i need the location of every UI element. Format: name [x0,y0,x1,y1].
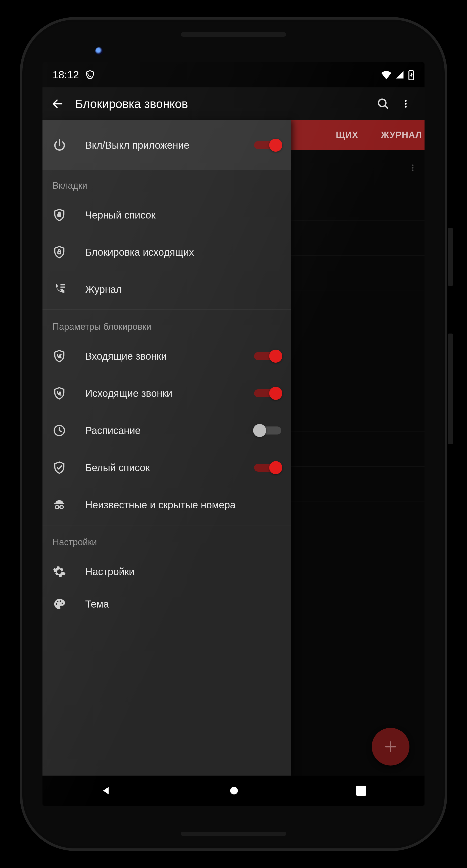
drawer-item-label: Настройки [85,565,281,578]
status-time: 18:12 [53,69,79,81]
android-nav-bar [42,776,425,806]
svg-point-18 [56,603,57,605]
power-icon [53,138,85,152]
drawer-item-label: Расписание [85,424,254,437]
shield-check-icon [53,461,85,474]
drawer-section-settings: Настройки [42,527,291,553]
gear-icon [53,565,85,579]
svg-rect-12 [61,286,65,288]
svg-rect-1 [410,70,412,71]
incognito-icon [53,498,85,512]
back-button[interactable] [48,97,68,110]
toggle-whitelist[interactable] [254,462,281,473]
svg-point-4 [405,103,407,105]
nav-drawer: Вкл/Выкл приложение Вкладки Черный [42,120,291,776]
power-button [448,228,453,286]
svg-point-3 [405,100,407,102]
row-overflow-icon[interactable] [408,162,417,174]
bottom-speaker [181,832,286,836]
tab-journal[interactable]: ЖУРНАЛ [378,130,425,141]
svg-rect-15 [54,503,65,504]
svg-point-22 [230,787,238,795]
drawer-item-label: Белый список [85,461,254,474]
palette-icon [53,597,85,611]
shield-outgoing-icon [53,386,85,400]
toggle-app-enabled[interactable] [254,140,281,151]
search-button[interactable] [372,97,395,111]
drawer-item-label: Блокировка исходящих [85,246,281,258]
drawer-item-block-outgoing[interactable]: Блокировка исходящих [42,234,291,271]
drawer-item-theme[interactable]: Тема [42,590,291,613]
call-shield-icon [85,70,95,80]
svg-point-16 [55,505,59,509]
svg-point-17 [60,505,63,509]
screen: 18:12 [42,62,425,806]
drawer-toggle-app[interactable]: Вкл/Выкл приложение [42,120,291,170]
drawer-hero-label: Вкл/Выкл приложение [85,139,254,151]
drawer-section-tabs: Вкладки [42,170,291,196]
wifi-icon [381,70,392,80]
nav-back-button[interactable] [101,785,112,796]
drawer-item-settings[interactable]: Настройки [42,553,291,590]
svg-rect-10 [58,251,61,254]
status-bar: 18:12 [42,62,425,87]
earpiece [181,32,286,37]
drawer-item-whitelist[interactable]: Белый список [42,449,291,486]
svg-point-19 [57,601,58,602]
svg-point-21 [62,603,63,604]
app-toolbar: Блокировка звонков [42,87,425,120]
svg-point-8 [412,169,413,171]
overflow-button[interactable] [395,97,417,111]
add-fab[interactable] [372,728,409,766]
toggle-incoming[interactable] [254,350,281,362]
call-log-icon [53,283,85,296]
shield-lock-icon [53,208,85,222]
divider [42,525,291,525]
svg-point-6 [412,164,413,166]
nav-recents-button[interactable] [356,786,366,796]
svg-point-20 [60,600,61,602]
drawer-section-block: Параметры блокировки [42,311,291,338]
clock-icon [53,424,85,437]
drawer-item-label: Черный список [85,209,281,221]
svg-rect-9 [58,214,61,217]
drawer-item-schedule[interactable]: Расписание [42,412,291,449]
svg-rect-11 [61,284,65,285]
device-frame: 18:12 [20,17,447,851]
drawer-item-incoming[interactable]: Входящие звонки [42,338,291,375]
drawer-item-blacklist[interactable]: Черный список [42,196,291,234]
drawer-item-label: Тема [85,598,281,610]
battery-icon [408,70,414,80]
svg-point-5 [405,106,407,108]
shield-lock-outline-icon [53,245,85,259]
drawer-item-unknown[interactable]: Неизвестные и скрытые номера [42,486,291,523]
drawer-item-label: Входящие звонки [85,350,254,363]
shield-incoming-icon [53,349,85,363]
drawer-item-label: Журнал [85,283,281,296]
divider [42,309,291,310]
drawer-item-label: Неизвестные и скрытые номера [85,499,281,511]
svg-rect-13 [61,289,63,290]
drawer-item-outgoing[interactable]: Исходящие звонки [42,375,291,412]
nav-home-button[interactable] [228,785,240,797]
toggle-outgoing[interactable] [254,388,281,399]
drawer-item-journal[interactable]: Журнал [42,271,291,308]
front-camera [95,47,103,55]
volume-button [448,334,453,444]
drawer-item-label: Исходящие звонки [85,387,254,400]
toolbar-title: Блокировка звонков [75,97,372,111]
tab-outgoing-partial[interactable]: ЩИХ [333,130,361,141]
toggle-schedule[interactable] [254,425,281,436]
svg-point-7 [412,167,413,168]
cell-signal-icon [396,70,404,80]
